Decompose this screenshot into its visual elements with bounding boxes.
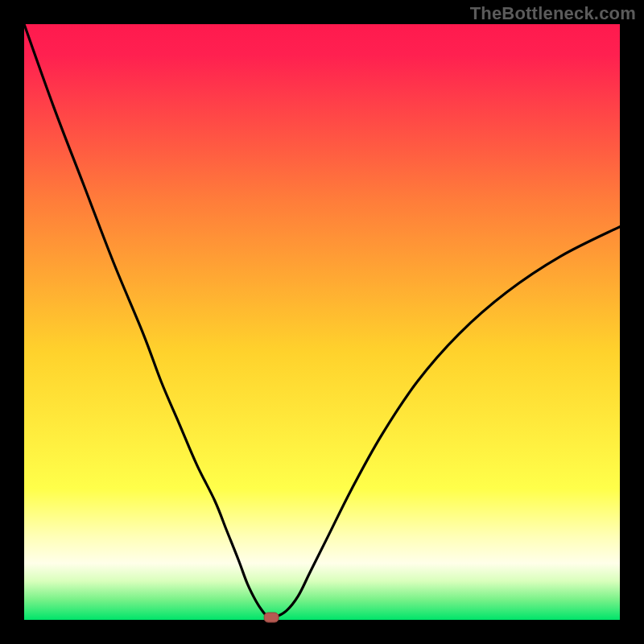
bottleneck-chart	[0, 0, 644, 644]
optimal-point-marker	[264, 613, 279, 622]
chart-frame: TheBottleneck.com	[0, 0, 644, 644]
gradient-background	[24, 24, 620, 620]
